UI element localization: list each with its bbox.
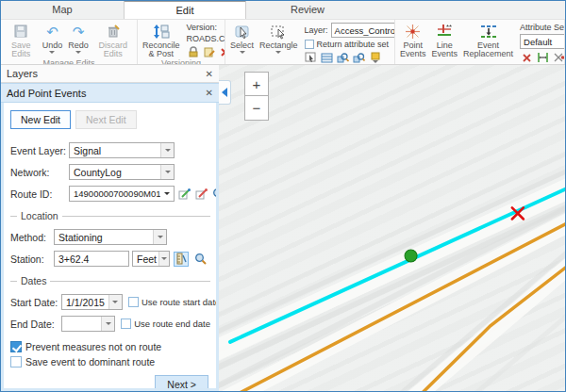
network-caret-icon[interactable] (160, 165, 174, 179)
station-input[interactable] (54, 251, 129, 267)
panel-collapse-button[interactable] (219, 80, 231, 105)
delete-event-icon[interactable] (520, 51, 533, 64)
location-section-label: Location (21, 210, 58, 221)
zoom-to-station-icon[interactable] (192, 252, 208, 267)
use-route-start-date-label: Use route start date (142, 297, 219, 307)
zoom-to-route-icon[interactable] (212, 187, 219, 202)
tab-edit[interactable]: Edit (124, 0, 246, 19)
event-layer-caret-icon[interactable] (160, 143, 174, 157)
layers-pane-title: Layers (7, 68, 38, 79)
select-by-shape-icon[interactable] (305, 51, 318, 64)
layers-close-icon[interactable]: ✕ (206, 69, 213, 79)
pick-station-tool-icon[interactable] (174, 252, 189, 267)
rectangle-select-icon (270, 23, 287, 40)
use-route-start-date-checkbox[interactable] (128, 297, 139, 307)
method-caret-icon[interactable] (153, 230, 166, 244)
undo-caret-icon[interactable] (49, 51, 55, 54)
redo-button[interactable]: ↷ Redo (65, 21, 92, 54)
redo-caret-icon[interactable] (75, 51, 81, 54)
zoom-in-button[interactable]: + (244, 72, 269, 96)
save-icon (13, 23, 28, 40)
rectangle-button[interactable]: Rectangle (257, 21, 301, 54)
use-route-end-date-checkbox[interactable] (121, 318, 131, 329)
line-events-button[interactable]: Line Events (429, 21, 461, 58)
attribute-set-label: Attribute Set: (520, 23, 565, 32)
select-icon (234, 23, 251, 40)
end-date-caret-icon[interactable] (101, 317, 114, 331)
point-events-label-line2: Events (400, 50, 426, 58)
attribute-set-combo[interactable]: Default (520, 34, 565, 49)
prevent-measures-checkbox[interactable] (10, 341, 22, 352)
discard-edits-button[interactable]: Discard Edits (92, 21, 135, 58)
clear-route-icon[interactable] (195, 187, 208, 202)
new-edit-button[interactable]: New Edit (10, 110, 71, 129)
group-manage-edits: Save Edits ↶ Undo ↷ Redo Discard Edits (1, 20, 138, 64)
prevent-measures-label: Prevent measures not on route (25, 341, 161, 352)
trim-event-icon[interactable] (552, 51, 565, 64)
event-layer-value: Signal (70, 145, 160, 156)
station-unit-combo[interactable]: Feet (132, 251, 170, 267)
group-label-manage-edits: Manage Edits (3, 58, 135, 64)
ribbon: Save Edits ↶ Undo ↷ Redo Discard Edits (1, 20, 565, 65)
rectangle-caret-icon[interactable] (275, 51, 281, 54)
network-combo[interactable]: CountyLog (69, 164, 175, 180)
return-attribute-checkbox[interactable]: Return attribute set (305, 40, 395, 49)
edit-version-icon[interactable] (203, 45, 216, 58)
return-attribute-label: Return attribute set (317, 40, 390, 49)
network-label: Network: (10, 167, 69, 178)
next-button[interactable]: Next > (155, 375, 208, 391)
start-date-caret-icon[interactable] (108, 295, 122, 309)
add-point-events-title: Add Point Events (7, 88, 86, 99)
event-replacement-button[interactable]: Event Replacement (460, 21, 516, 58)
layers-pane-header: Layers ✕ (1, 65, 219, 83)
route-id-combo[interactable]: 14900000700090M01 (69, 186, 175, 202)
end-date-label: End Date: (10, 318, 61, 330)
return-attribute-checkbox-box[interactable] (305, 40, 314, 49)
next-edit-button[interactable]: Next Edit (75, 110, 137, 129)
save-edits-button[interactable]: Save Edits (3, 21, 40, 58)
tab-review[interactable]: Review (246, 0, 369, 19)
route-id-caret-icon[interactable] (160, 187, 174, 201)
event-layer-combo[interactable]: Signal (69, 142, 175, 158)
pick-route-icon[interactable] (178, 187, 191, 202)
point-events-button[interactable]: Point Events (397, 21, 429, 58)
start-date-combo[interactable]: 1/1/2015 (61, 294, 123, 310)
save-dominant-route-checkbox[interactable] (10, 356, 22, 368)
clear-selection-icon[interactable] (369, 51, 382, 64)
line-events-label-line2: Events (432, 50, 458, 58)
group-edit-events: Point Events Line Events Event Replaceme… (395, 20, 565, 64)
version-label: Version: (187, 23, 225, 32)
map-view[interactable]: + − (219, 65, 565, 391)
station-unit-value: Feet (133, 253, 158, 265)
group-label-versioning: Versioning (140, 58, 223, 64)
add-point-events-close-icon[interactable]: ✕ (206, 88, 213, 98)
ribbon-tab-bar: Map Edit Review (1, 1, 565, 20)
group-versioning: Reconcile & Post Version: ROADS.Claire_R… (138, 20, 225, 64)
pan-to-selection-icon[interactable] (353, 51, 366, 64)
discard-edits-label: Discard Edits (94, 41, 132, 58)
app-window: Map Edit Review Save Edits ↶ Undo (0, 0, 566, 392)
end-date-combo[interactable] (61, 316, 115, 332)
station-label: Station: (10, 253, 54, 265)
redo-icon: ↷ (73, 23, 85, 40)
tab-map[interactable]: Map (1, 0, 124, 19)
left-panel: Layers ✕ Add Point Events ✕ New Edit Nex… (1, 65, 219, 391)
method-combo[interactable]: Stationing (54, 229, 167, 245)
dates-section-label: Dates (21, 275, 46, 286)
select-button[interactable]: Select (227, 21, 257, 54)
reconcile-post-button[interactable]: Reconcile & Post (140, 21, 183, 58)
route-id-label: Route ID: (10, 188, 69, 200)
station-unit-caret-icon[interactable] (158, 252, 169, 266)
select-caret-icon[interactable] (240, 51, 245, 54)
zoom-out-button[interactable]: − (244, 96, 269, 121)
selection-attributes-icon[interactable] (321, 51, 334, 64)
map-zoom-control: + − (244, 72, 269, 121)
layer-combo-value: Access_Control (332, 25, 395, 36)
undo-button[interactable]: ↶ Undo (40, 21, 66, 54)
layer-combo[interactable]: Access_Control (331, 23, 395, 38)
network-value: CountyLog (70, 167, 160, 178)
delete-version-icon[interactable] (219, 45, 225, 58)
lock-icon[interactable] (187, 45, 200, 58)
split-event-icon[interactable] (536, 51, 549, 64)
zoom-to-selection-icon[interactable] (337, 51, 350, 64)
